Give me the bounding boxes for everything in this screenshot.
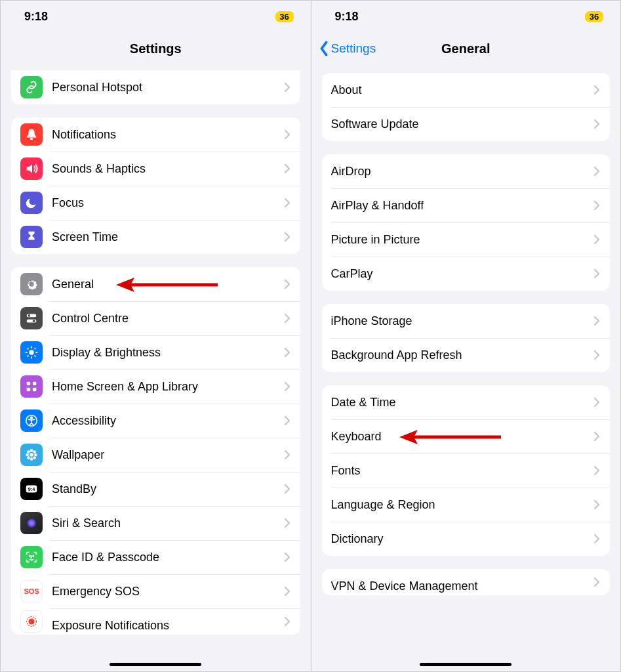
svg-point-41 [28, 618, 34, 624]
gear-icon [20, 273, 43, 295]
chevron-right-icon [283, 279, 291, 289]
status-time: 9:18 [24, 10, 48, 24]
settings-group: GeneralControl CentreDisplay & Brightnes… [11, 267, 300, 635]
svg-rect-21 [27, 382, 31, 386]
row-focus[interactable]: Focus [11, 186, 300, 220]
svg-point-10 [28, 314, 31, 317]
svg-point-35 [33, 456, 36, 459]
chevron-right-icon [593, 397, 601, 408]
row-label: About [331, 83, 593, 97]
row-sounds-haptics[interactable]: Sounds & Haptics [11, 152, 300, 186]
row-label: General [52, 278, 283, 291]
chevron-right-icon [283, 313, 291, 324]
svg-point-29 [30, 457, 33, 461]
settings-list[interactable]: Personal HotspotNotificationsSounds & Ha… [1, 65, 311, 671]
svg-line-19 [28, 356, 29, 357]
svg-point-38 [26, 518, 37, 529]
row-date-time[interactable]: Date & Time [322, 385, 611, 419]
chevron-right-icon [593, 577, 601, 587]
battery-indicator: 36 [275, 11, 294, 22]
svg-point-39 [30, 555, 30, 556]
row-label: Siri & Search [52, 516, 283, 530]
chevron-right-icon [593, 465, 601, 476]
row-carplay[interactable]: CarPlay [322, 257, 611, 291]
back-button[interactable]: Settings [318, 41, 376, 56]
nav-header: Settings General [311, 32, 621, 65]
svg-point-5 [30, 138, 33, 140]
chevron-right-icon [283, 450, 291, 460]
svg-point-27 [30, 453, 33, 457]
general-screen: 9:18 36 Settings General AboutSoftware U… [311, 1, 621, 671]
chevron-right-icon [593, 268, 601, 279]
row-label: Keyboard [331, 430, 593, 444]
row-dictionary[interactable]: Dictionary [322, 522, 611, 556]
row-fonts[interactable]: Fonts [322, 453, 611, 488]
row-label: Face ID & Passcode [52, 551, 283, 564]
home-indicator[interactable] [420, 663, 511, 666]
toggles-icon [20, 307, 43, 329]
row-general[interactable]: General [11, 267, 300, 301]
row-exposure-notifications[interactable]: Exposure Notifications [11, 608, 300, 635]
chevron-right-icon [283, 518, 291, 528]
settings-group: Personal Hotspot [11, 70, 300, 104]
svg-rect-4 [27, 136, 37, 138]
moon-icon [20, 192, 43, 214]
row-standby[interactable]: 9:4StandBy [11, 472, 300, 506]
row-language-region[interactable]: Language & Region [322, 488, 611, 522]
row-software-update[interactable]: Software Update [322, 107, 611, 141]
chevron-right-icon [283, 163, 291, 174]
row-control-centre[interactable]: Control Centre [11, 301, 300, 335]
row-label: Software Update [331, 117, 593, 131]
row-home-screen-app-library[interactable]: Home Screen & App Library [11, 369, 300, 404]
svg-point-33 [33, 450, 36, 453]
row-keyboard[interactable]: Keyboard [322, 419, 611, 453]
row-about[interactable]: About [322, 73, 611, 107]
row-face-id-passcode[interactable]: Face ID & Passcode [11, 540, 300, 574]
row-iphone-storage[interactable]: iPhone Storage [322, 304, 611, 338]
svg-line-20 [35, 348, 36, 350]
settings-group: AirDropAirPlay & HandoffPicture in Pictu… [322, 154, 611, 291]
svg-rect-22 [33, 382, 37, 386]
row-airplay-handoff[interactable]: AirPlay & Handoff [322, 188, 611, 222]
row-wallpaper[interactable]: Wallpaper [11, 438, 300, 472]
row-label: Screen Time [52, 230, 283, 244]
svg-point-32 [27, 450, 30, 453]
row-notifications[interactable]: Notifications [11, 117, 300, 152]
row-picture-in-picture[interactable]: Picture in Picture [322, 222, 611, 257]
row-airdrop[interactable]: AirDrop [322, 154, 611, 188]
row-label: Dictionary [331, 532, 593, 546]
row-label: Home Screen & App Library [52, 380, 283, 394]
svg-point-34 [27, 456, 30, 459]
speaker-icon [20, 158, 43, 180]
row-screen-time[interactable]: Screen Time [11, 220, 300, 254]
row-label: iPhone Storage [331, 314, 593, 328]
chevron-right-icon [283, 232, 291, 242]
row-display-brightness[interactable]: Display & Brightness [11, 335, 300, 369]
chevron-right-icon [283, 484, 291, 494]
chevron-right-icon [593, 85, 601, 95]
row-accessibility[interactable]: Accessibility [11, 404, 300, 438]
nav-header: Settings [1, 32, 311, 65]
row-vpn-device-management[interactable]: VPN & Device Management [322, 569, 611, 595]
status-right: 36 [268, 10, 294, 24]
row-label: Date & Time [331, 396, 593, 410]
row-siri-search[interactable]: Siri & Search [11, 506, 300, 540]
row-emergency-sos[interactable]: SOSEmergency SOS [11, 574, 300, 608]
bell-icon [20, 123, 43, 146]
svg-point-11 [33, 320, 35, 322]
row-label: Wallpaper [52, 448, 283, 462]
link-icon [20, 76, 43, 98]
status-time: 9:18 [335, 10, 359, 24]
row-label: CarPlay [331, 267, 593, 281]
svg-rect-23 [27, 388, 31, 392]
home-indicator[interactable] [110, 663, 201, 666]
general-list[interactable]: AboutSoftware UpdateAirDropAirPlay & Han… [311, 65, 621, 671]
exposure-icon [20, 610, 43, 633]
svg-point-30 [26, 453, 29, 457]
battery-indicator: 36 [585, 11, 603, 22]
row-personal-hotspot[interactable]: Personal Hotspot [11, 70, 300, 104]
sos-icon: SOS [20, 580, 43, 602]
clock-icon: 9:4 [20, 478, 43, 500]
row-label: Accessibility [52, 414, 283, 428]
row-background-app-refresh[interactable]: Background App Refresh [322, 338, 611, 372]
